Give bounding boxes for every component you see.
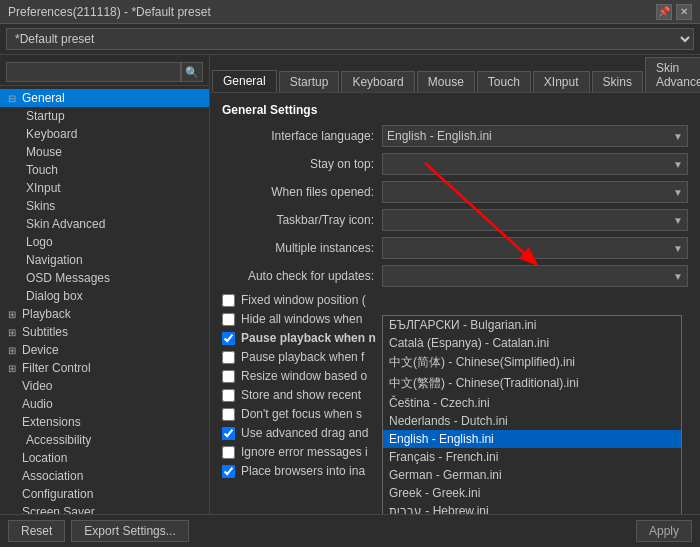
- settings-row-1: Stay on top:▼: [222, 153, 688, 175]
- settings-row-4: Multiple instances:▼: [222, 237, 688, 259]
- search-input[interactable]: [6, 62, 181, 82]
- dropdown-field-5[interactable]: ▼: [382, 265, 688, 287]
- checkbox-pause-playback-f[interactable]: [222, 351, 235, 364]
- lang-option[interactable]: БЪЛГАРСКИ - Bulgarian.ini: [383, 316, 681, 334]
- dropdown-field-3[interactable]: ▼: [382, 209, 688, 231]
- sidebar-item-video[interactable]: Video: [0, 377, 209, 395]
- checkbox-resize-window[interactable]: [222, 370, 235, 383]
- lang-option[interactable]: German - German.ini: [383, 466, 681, 484]
- checkbox-pause-playback-n[interactable]: [222, 332, 235, 345]
- sidebar-item-subtitles[interactable]: ⊞Subtitles: [0, 323, 209, 341]
- lang-option[interactable]: Català (Espanya) - Catalan.ini: [383, 334, 681, 352]
- sidebar-item-startup[interactable]: Startup: [0, 107, 209, 125]
- sidebar-item-logo[interactable]: Logo: [0, 233, 209, 251]
- sidebar-item-navigation[interactable]: Navigation: [0, 251, 209, 269]
- sidebar-item-mouse[interactable]: Mouse: [0, 143, 209, 161]
- settings-row-5: Auto check for updates:▼: [222, 265, 688, 287]
- sidebar-item-dialog-box[interactable]: Dialog box: [0, 287, 209, 305]
- settings-control-0: English - English.ini▼: [382, 125, 688, 147]
- checkbox-hide-all[interactable]: [222, 313, 235, 326]
- dropdown-arrow-4: ▼: [673, 243, 683, 254]
- checkbox-label-place-browsers: Place browsers into ina: [241, 464, 365, 478]
- lang-option[interactable]: עברית - Hebrew.ini: [383, 502, 681, 514]
- sidebar-item-osd-messages[interactable]: OSD Messages: [0, 269, 209, 287]
- dropdown-value-0: English - English.ini: [387, 129, 492, 143]
- sidebar-item-keyboard[interactable]: Keyboard: [0, 125, 209, 143]
- window-title: Preferences(211118) - *Default preset: [8, 5, 211, 19]
- checkbox-dont-get-focus[interactable]: [222, 408, 235, 421]
- sidebar-label-touch: Touch: [26, 163, 58, 177]
- expander-general: ⊟: [8, 93, 22, 104]
- sidebar-item-skin-advanced[interactable]: Skin Advanced: [0, 215, 209, 233]
- tab-xinput[interactable]: XInput: [533, 71, 590, 92]
- search-button[interactable]: 🔍: [181, 62, 203, 82]
- tab-mouse[interactable]: Mouse: [417, 71, 475, 92]
- lang-option[interactable]: Čeština - Czech.ini: [383, 394, 681, 412]
- settings-control-4: ▼: [382, 237, 688, 259]
- tab-skins[interactable]: Skins: [592, 71, 643, 92]
- expander-playback: ⊞: [8, 309, 22, 320]
- pin-button[interactable]: 📌: [656, 4, 672, 20]
- sidebar-label-location: Location: [22, 451, 67, 465]
- dropdown-field-0[interactable]: English - English.ini▼: [382, 125, 688, 147]
- dropdown-field-1[interactable]: ▼: [382, 153, 688, 175]
- sidebar-label-mouse: Mouse: [26, 145, 62, 159]
- reset-button[interactable]: Reset: [8, 520, 65, 542]
- sidebar-label-accessibility: Accessibility: [26, 433, 91, 447]
- checkbox-fixed-pos[interactable]: [222, 294, 235, 307]
- sidebar-item-screen-saver[interactable]: Screen Saver: [0, 503, 209, 514]
- sidebar-tree: ⊟GeneralStartupKeyboardMouseTouchXInputS…: [0, 89, 209, 514]
- tab-touch[interactable]: Touch: [477, 71, 531, 92]
- sidebar-item-skins[interactable]: Skins: [0, 197, 209, 215]
- checkbox-ignore-errors[interactable]: [222, 446, 235, 459]
- sidebar-item-accessibility[interactable]: Accessibility: [0, 431, 209, 449]
- lang-option[interactable]: 中文(繁體) - Chinese(Traditional).ini: [383, 373, 681, 394]
- settings-control-3: ▼: [382, 209, 688, 231]
- checkbox-use-adv-drag[interactable]: [222, 427, 235, 440]
- sidebar-item-xinput[interactable]: XInput: [0, 179, 209, 197]
- lang-option[interactable]: 中文(简体) - Chinese(Simplified).ini: [383, 352, 681, 373]
- tab-startup[interactable]: Startup: [279, 71, 340, 92]
- sidebar-label-navigation: Navigation: [26, 253, 83, 267]
- sidebar-item-configuration[interactable]: Configuration: [0, 485, 209, 503]
- preset-select[interactable]: *Default preset: [6, 28, 694, 50]
- tab-skin-advanced[interactable]: Skin Advanced: [645, 57, 700, 92]
- close-button[interactable]: ✕: [676, 4, 692, 20]
- sidebar: 🔍 ⊟GeneralStartupKeyboardMouseTouchXInpu…: [0, 55, 210, 514]
- checkbox-place-browsers[interactable]: [222, 465, 235, 478]
- sidebar-label-xinput: XInput: [26, 181, 61, 195]
- settings-control-2: ▼: [382, 181, 688, 203]
- sidebar-label-general: General: [22, 91, 65, 105]
- dropdown-field-2[interactable]: ▼: [382, 181, 688, 203]
- sidebar-item-extensions[interactable]: Extensions: [0, 413, 209, 431]
- settings-label-2: When files opened:: [222, 185, 382, 199]
- sidebar-label-dialog-box: Dialog box: [26, 289, 83, 303]
- sidebar-item-audio[interactable]: Audio: [0, 395, 209, 413]
- dropdown-arrow-1: ▼: [673, 159, 683, 170]
- lang-option[interactable]: Nederlands - Dutch.ini: [383, 412, 681, 430]
- sidebar-item-playback[interactable]: ⊞Playback: [0, 305, 209, 323]
- sidebar-item-association[interactable]: Association: [0, 467, 209, 485]
- tab-keyboard[interactable]: Keyboard: [341, 71, 414, 92]
- lang-option[interactable]: Français - French.ini: [383, 448, 681, 466]
- sidebar-item-general[interactable]: ⊟General: [0, 89, 209, 107]
- sidebar-item-filter-control[interactable]: ⊞Filter Control: [0, 359, 209, 377]
- checkbox-store-show[interactable]: [222, 389, 235, 402]
- sidebar-label-playback: Playback: [22, 307, 71, 321]
- lang-option[interactable]: Greek - Greek.ini: [383, 484, 681, 502]
- export-button[interactable]: Export Settings...: [71, 520, 188, 542]
- checkbox-label-hide-all: Hide all windows when: [241, 312, 362, 326]
- language-dropdown-list[interactable]: БЪЛГАРСКИ - Bulgarian.iniCatalà (Espanya…: [382, 315, 682, 514]
- sidebar-item-location[interactable]: Location: [0, 449, 209, 467]
- expander-device: ⊞: [8, 345, 22, 356]
- lang-option[interactable]: English - English.ini: [383, 430, 681, 448]
- settings-control-1: ▼: [382, 153, 688, 175]
- title-bar: Preferences(211118) - *Default preset 📌 …: [0, 0, 700, 24]
- sidebar-item-device[interactable]: ⊞Device: [0, 341, 209, 359]
- checkbox-label-store-show: Store and show recent: [241, 388, 361, 402]
- footer: Reset Export Settings... Apply: [0, 514, 700, 547]
- dropdown-field-4[interactable]: ▼: [382, 237, 688, 259]
- tab-general[interactable]: General: [212, 70, 277, 92]
- sidebar-item-touch[interactable]: Touch: [0, 161, 209, 179]
- apply-button[interactable]: Apply: [636, 520, 692, 542]
